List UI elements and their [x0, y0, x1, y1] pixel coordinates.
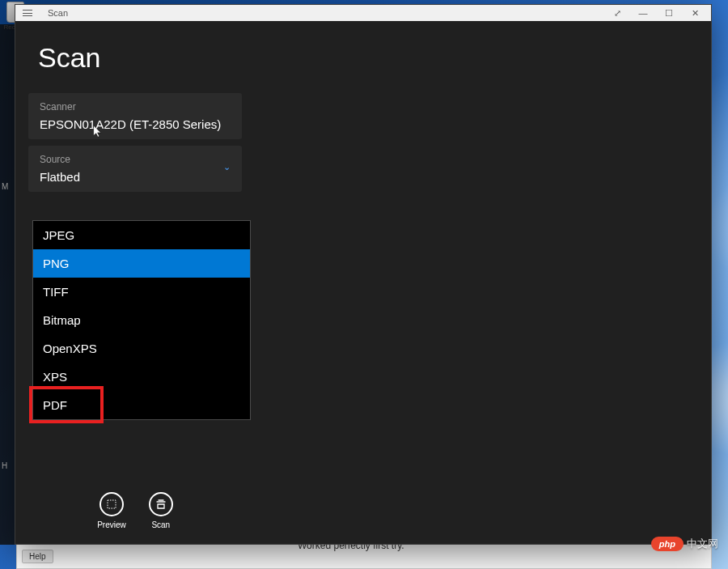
svg-rect-0 [108, 500, 116, 508]
preview-label: Preview [97, 520, 126, 529]
scanner-field[interactable]: Scanner EPSON01A22D (ET-2850 Series) [28, 93, 242, 139]
hamburger-icon [23, 10, 32, 16]
preview-icon [99, 492, 124, 516]
source-label: Source [40, 154, 80, 165]
close-icon: ✕ [692, 8, 699, 19]
dropdown-item-bitmap[interactable]: Bitmap [33, 306, 250, 334]
source-value: Flatbed [40, 170, 80, 184]
minimize-button[interactable]: — [630, 6, 656, 20]
dropdown-item-xps[interactable]: XPS [33, 363, 250, 391]
scan-preview-area [255, 21, 711, 544]
action-buttons: Preview Scan [28, 492, 242, 534]
scan-app-window: Scan ⤢ — ☐ ✕ Scan Scanner EPSON01A22D (E… [15, 4, 712, 545]
close-button[interactable]: ✕ [682, 6, 708, 20]
file-type-dropdown: JPEG PNG TIFF Bitmap OpenXPS XPS PDF [32, 220, 251, 420]
scan-icon [149, 492, 173, 516]
maximize-button[interactable]: ☐ [656, 6, 682, 20]
window-title: Scan [48, 8, 68, 18]
background-left-strip: M H [0, 24, 16, 545]
maximize-icon: ☐ [665, 8, 673, 19]
chevron-down-icon: ⌄ [223, 162, 231, 172]
watermark-pill: php [651, 537, 684, 551]
dropdown-item-tiff[interactable]: TIFF [33, 278, 250, 306]
watermark-text: 中文网 [687, 537, 718, 551]
hamburger-menu-button[interactable] [19, 6, 36, 20]
scanner-label: Scanner [40, 101, 231, 113]
dropdown-item-pdf[interactable]: PDF [33, 391, 250, 419]
help-button[interactable]: Help [22, 550, 53, 563]
minimize-icon: — [639, 8, 648, 18]
preview-button[interactable]: Preview [97, 492, 126, 529]
scan-label: Scan [151, 520, 170, 529]
app-title: Scan [38, 42, 242, 74]
bg-label-m: M [2, 182, 8, 191]
watermark: php 中文网 [651, 537, 718, 551]
scan-button[interactable]: Scan [149, 492, 173, 529]
bg-label-h: H [2, 461, 7, 470]
titlebar[interactable]: Scan ⤢ — ☐ ✕ [15, 5, 711, 21]
dropdown-item-png[interactable]: PNG [33, 249, 250, 278]
expand-button[interactable]: ⤢ [604, 6, 630, 20]
settings-sidebar: Scan Scanner EPSON01A22D (ET-2850 Series… [15, 21, 255, 544]
scanner-value: EPSON01A22D (ET-2850 Series) [40, 117, 231, 131]
source-field[interactable]: Source Flatbed ⌄ [28, 146, 242, 192]
dropdown-item-jpeg[interactable]: JPEG [33, 221, 250, 249]
scan-body: Scan Scanner EPSON01A22D (ET-2850 Series… [15, 21, 711, 544]
dropdown-item-openxps[interactable]: OpenXPS [33, 334, 250, 363]
expand-icon: ⤢ [614, 8, 621, 19]
